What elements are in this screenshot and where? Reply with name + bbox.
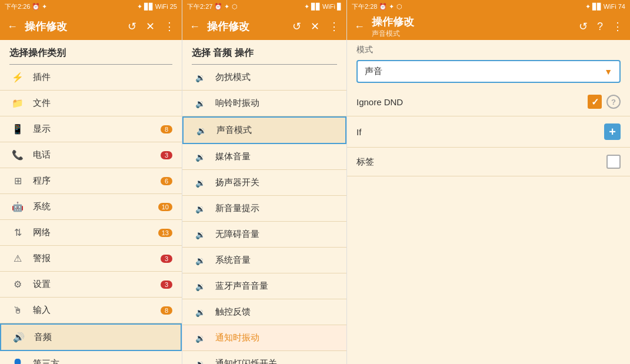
apps-label: 程序 <box>33 175 161 186</box>
speaker-label: 扬声器开关 <box>215 177 259 188</box>
system-icon: 🤖 <box>9 201 26 212</box>
category-list: ⚡ 插件 📁 文件 📱 显示 8 📞 电话 3 ⊞ 程序 6 🤖 系统 <box>0 65 182 364</box>
audio-op-media[interactable]: 🔉 媒体音量 <box>182 144 346 170</box>
refresh-button-1[interactable]: ↺ <box>125 18 139 35</box>
audio-icon: 🔊 <box>11 332 27 343</box>
alarm-label: 警报 <box>33 253 161 264</box>
new-vol-icon: 🔉 <box>192 204 208 213</box>
haptic-label: 触控反馈 <box>215 306 251 318</box>
notify-vib-label: 通知时振动 <box>215 332 259 343</box>
status-icons-3: ⏰ ✦ ⬡ <box>379 3 402 11</box>
notify-vib-icon: 🔉 <box>192 333 208 343</box>
list-item-system[interactable]: 🤖 系统 10 <box>0 194 182 220</box>
list-item-phone[interactable]: 📞 电话 3 <box>0 142 182 168</box>
list-item-network[interactable]: ⇅ 网络 13 <box>0 220 182 246</box>
bt-icon-1: ✦ <box>137 3 142 11</box>
back-button-1[interactable]: ← <box>5 18 20 35</box>
ignore-dnd-help[interactable]: ? <box>606 95 621 109</box>
audio-op-notify-vibrate[interactable]: 🔉 通知时振动 <box>182 325 346 351</box>
status-right-3: ✦ ▊▊ WiFi 74 <box>585 3 625 11</box>
signal-icon-1: ▊▊ <box>144 3 154 11</box>
refresh-button-2[interactable]: ↺ <box>290 18 304 35</box>
input-icon: 🖱 <box>9 305 26 316</box>
list-item-file[interactable]: 📁 文件 <box>0 91 182 116</box>
status-icons-2: ⏰ ✦ ⬡ <box>214 3 237 11</box>
notify-led-icon: 🔉 <box>192 359 208 365</box>
sys-vol-label: 系统音量 <box>215 255 251 266</box>
bt-vol-icon: 🔉 <box>192 282 208 291</box>
display-icon: 📱 <box>9 123 26 135</box>
input-badge: 8 <box>161 306 172 315</box>
sound-mode-dropdown[interactable]: 声音 ▼ <box>356 60 621 83</box>
sys-vol-icon: 🔉 <box>192 256 208 265</box>
accessible-icon: 🔉 <box>192 230 208 239</box>
media-icon: 🔉 <box>192 152 208 162</box>
display-label: 显示 <box>33 123 161 135</box>
list-item-audio[interactable]: 🔊 音频 <box>0 323 182 351</box>
audio-op-soundmode[interactable]: 🔉 声音模式 <box>182 116 346 144</box>
audio-op-bt-vol[interactable]: 🔉 蓝牙声音音量 <box>182 273 346 299</box>
audio-op-notify-led[interactable]: 🔉 通知灯闪烁开关 <box>182 351 346 364</box>
thirdparty-icon: 👤 <box>9 358 26 364</box>
more-button-3[interactable]: ⋮ <box>610 18 625 35</box>
haptic-icon: 🔉 <box>192 308 208 317</box>
media-label: 媒体音量 <box>215 151 251 162</box>
more-button-2[interactable]: ⋮ <box>326 18 342 35</box>
list-item-apps[interactable]: ⊞ 程序 6 <box>0 168 182 194</box>
audio-op-vibrate[interactable]: 🔉 响铃时振动 <box>182 91 346 116</box>
ignore-dnd-row: Ignore DND ✓ ? <box>347 88 630 116</box>
panel-category: 下午2:26 ⏰ ✦ ✦ ▊▊ WiFi 25 ← 操作修改 ↺ ✕ ⋮ 选择操… <box>0 0 182 364</box>
file-label: 文件 <box>33 98 172 109</box>
audio-op-haptic[interactable]: 🔉 触控反馈 <box>182 299 346 325</box>
list-item-plugin[interactable]: ⚡ 插件 <box>0 65 182 91</box>
time-1: 下午2:26 <box>5 2 30 11</box>
help-button-3[interactable]: ? <box>595 18 605 35</box>
list-item-input[interactable]: 🖱 输入 8 <box>0 298 182 323</box>
mode-section-row: 模式 <box>347 40 630 60</box>
ignore-dnd-checkbox[interactable]: ✓ <box>588 95 602 109</box>
dropdown-arrow-icon: ▼ <box>604 67 612 76</box>
list-item-thirdparty[interactable]: 👤 第三方 <box>0 351 182 364</box>
audio-op-dnd[interactable]: 🔉 勿扰模式 <box>182 65 346 91</box>
thirdparty-label: 第三方 <box>33 358 172 364</box>
accessible-label: 无障碍音量 <box>215 229 259 240</box>
close-button-2[interactable]: ✕ <box>308 18 322 35</box>
close-button-1[interactable]: ✕ <box>144 18 157 35</box>
alarm-badge: 3 <box>161 255 172 263</box>
refresh-button-3[interactable]: ↺ <box>576 18 590 35</box>
ignore-dnd-label: Ignore DND <box>356 97 588 107</box>
settings-label: 设置 <box>33 279 161 290</box>
back-button-2[interactable]: ← <box>187 18 202 35</box>
list-item-settings[interactable]: ⚙ 设置 3 <box>0 272 182 298</box>
tag-checkbox[interactable] <box>606 155 621 169</box>
status-right-2: ✦ ▊▊ WiFi ▊ <box>304 3 342 11</box>
list-item-alarm[interactable]: ⚠ 警报 3 <box>0 246 182 272</box>
audio-op-speaker[interactable]: 🔉 扬声器开关 <box>182 170 346 196</box>
input-label: 输入 <box>33 305 161 316</box>
back-button-3[interactable]: ← <box>352 18 367 35</box>
audio-op-accessible[interactable]: 🔉 无障碍音量 <box>182 222 346 248</box>
phone-label: 电话 <box>33 149 161 161</box>
audio-op-new-vol[interactable]: 🔉 新音量提示 <box>182 196 346 222</box>
status-icons-1: ⏰ ✦ <box>32 3 47 11</box>
app-bar-1: ← 操作修改 ↺ ✕ ⋮ <box>0 13 182 40</box>
status-bar-1: 下午2:26 ⏰ ✦ ✦ ▊▊ WiFi 25 <box>0 0 182 13</box>
bt-icon-2: ✦ ▊▊ WiFi ▊ <box>304 3 342 11</box>
audio-ops-header: 选择 音频 操作 <box>182 40 346 64</box>
if-label: If <box>356 127 604 137</box>
if-add-button[interactable]: + <box>604 123 621 140</box>
status-time-3: 下午2:28 ⏰ ✦ ⬡ <box>352 2 402 11</box>
speaker-icon: 🔉 <box>192 178 208 188</box>
display-badge: 8 <box>161 125 172 133</box>
app-title-2: 操作修改 <box>207 19 285 34</box>
list-item-display[interactable]: 📱 显示 8 <box>0 116 182 142</box>
vibrate-label: 响铃时振动 <box>215 98 259 109</box>
mode-label: 模式 <box>356 45 621 55</box>
panel-audio-ops: 下午2:27 ⏰ ✦ ⬡ ✦ ▊▊ WiFi ▊ ← 操作修改 ↺ ✕ ⋮ 选择… <box>182 0 347 364</box>
status-time-2: 下午2:27 ⏰ ✦ ⬡ <box>187 2 238 11</box>
audio-op-sys-vol[interactable]: 🔉 系统音量 <box>182 248 346 273</box>
notify-led-label: 通知灯闪烁开关 <box>215 358 277 364</box>
category-header: 选择操作类别 <box>0 40 182 64</box>
more-button-1[interactable]: ⋮ <box>162 18 177 35</box>
network-badge: 13 <box>158 229 172 237</box>
